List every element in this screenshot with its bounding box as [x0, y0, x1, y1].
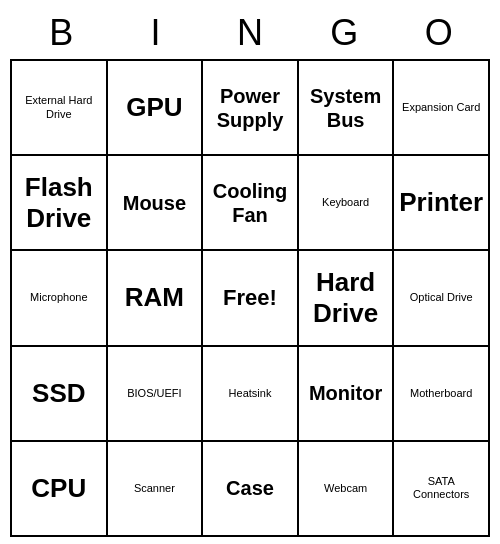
cell-text: Cooling Fan	[207, 179, 293, 227]
cell-text: RAM	[125, 282, 184, 313]
bingo-grid: External Hard DriveGPUPower SupplySystem…	[10, 59, 490, 537]
cell-text: Case	[226, 476, 274, 500]
cell-text: Webcam	[324, 482, 367, 495]
bingo-cell: Webcam	[299, 442, 395, 537]
cell-text: CPU	[31, 473, 86, 504]
bingo-cell: RAM	[108, 251, 204, 346]
cell-text: Monitor	[309, 381, 382, 405]
cell-text: BIOS/UEFI	[127, 387, 181, 400]
cell-text: Microphone	[30, 291, 87, 304]
header-letter: I	[112, 12, 200, 54]
cell-text: Flash Drive	[16, 172, 102, 234]
cell-text: Optical Drive	[410, 291, 473, 304]
cell-text: Free!	[223, 285, 277, 311]
header-letter: B	[17, 12, 105, 54]
bingo-cell: BIOS/UEFI	[108, 347, 204, 442]
bingo-cell: Expansion Card	[394, 61, 490, 156]
bingo-cell: System Bus	[299, 61, 395, 156]
bingo-cell: Keyboard	[299, 156, 395, 251]
cell-text: Mouse	[123, 191, 186, 215]
bingo-cell: Case	[203, 442, 299, 537]
bingo-card: BINGO External Hard DriveGPUPower Supply…	[10, 7, 490, 537]
bingo-cell: Power Supply	[203, 61, 299, 156]
bingo-cell: Mouse	[108, 156, 204, 251]
cell-text: Hard Drive	[303, 267, 389, 329]
cell-text: System Bus	[303, 84, 389, 132]
bingo-cell: SATA Connectors	[394, 442, 490, 537]
bingo-cell: Flash Drive	[12, 156, 108, 251]
cell-text: SSD	[32, 378, 85, 409]
bingo-cell: Free!	[203, 251, 299, 346]
bingo-cell: Motherboard	[394, 347, 490, 442]
bingo-header: BINGO	[10, 7, 490, 59]
cell-text: Power Supply	[207, 84, 293, 132]
bingo-cell: SSD	[12, 347, 108, 442]
cell-text: GPU	[126, 92, 182, 123]
bingo-cell: CPU	[12, 442, 108, 537]
cell-text: Keyboard	[322, 196, 369, 209]
bingo-cell: Optical Drive	[394, 251, 490, 346]
cell-text: External Hard Drive	[16, 94, 102, 120]
bingo-cell: Microphone	[12, 251, 108, 346]
bingo-cell: Monitor	[299, 347, 395, 442]
bingo-cell: Scanner	[108, 442, 204, 537]
bingo-cell: External Hard Drive	[12, 61, 108, 156]
cell-text: Printer	[399, 187, 483, 218]
bingo-cell: Printer	[394, 156, 490, 251]
cell-text: Expansion Card	[402, 101, 480, 114]
bingo-cell: Heatsink	[203, 347, 299, 442]
cell-text: Scanner	[134, 482, 175, 495]
header-letter: N	[206, 12, 294, 54]
bingo-cell: Cooling Fan	[203, 156, 299, 251]
cell-text: Motherboard	[410, 387, 472, 400]
header-letter: G	[300, 12, 388, 54]
bingo-cell: GPU	[108, 61, 204, 156]
header-letter: O	[395, 12, 483, 54]
cell-text: SATA Connectors	[398, 475, 484, 501]
bingo-cell: Hard Drive	[299, 251, 395, 346]
cell-text: Heatsink	[229, 387, 272, 400]
